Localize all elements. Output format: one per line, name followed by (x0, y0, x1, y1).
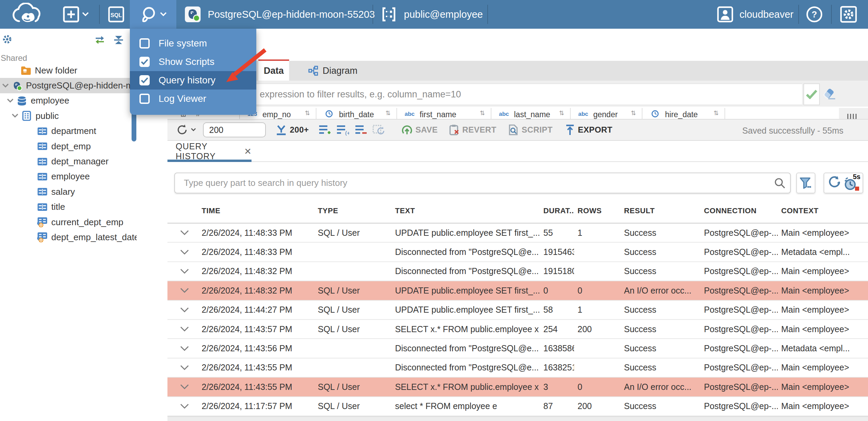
tree-item-public[interactable]: public (0, 108, 137, 123)
history-refresh-button[interactable] (828, 175, 841, 191)
query-history-panel: QUERY HISTORY ✕ (167, 141, 868, 421)
chevron-down-icon[interactable] (11, 113, 19, 118)
cell-text: select * FROM employee e (392, 401, 540, 411)
query-history-row[interactable]: 2/26/2024, 11:17:57 PM SQL / User select… (167, 397, 868, 416)
cell-duration: 58 (540, 305, 574, 315)
sort-icon[interactable]: ⇅ (559, 109, 564, 117)
export-button[interactable]: EXPORT (565, 124, 612, 136)
script-button[interactable]: SCRIPT (507, 124, 553, 136)
grid-column-emp_no[interactable]: emp_no (262, 110, 291, 119)
database-tree: New folderPostgreSQL@ep-hidden-moon-5520… (0, 63, 137, 245)
tree-item-salary[interactable]: salary (0, 184, 137, 199)
tree-item-department[interactable]: department (0, 124, 137, 139)
row-expander-icon[interactable] (167, 365, 198, 370)
cell-context: Main <employee> (778, 363, 868, 372)
tree-item-dept-emp[interactable]: dept_emp (0, 139, 137, 154)
cell-result: Success (621, 401, 701, 411)
menu-item-log-viewer[interactable]: Log Viewer (130, 90, 256, 108)
query-history-row[interactable]: 2/26/2024, 11:48:33 PM Disconnected from… (167, 243, 868, 262)
query-history-row[interactable]: 2/26/2024, 11:43:56 PM Disconnected from… (167, 339, 868, 358)
cell-result: Success (621, 266, 701, 276)
row-expander-icon[interactable] (167, 326, 198, 332)
tree-item-dept-manager[interactable]: dept_manager (0, 154, 137, 169)
row-expander-icon[interactable] (167, 230, 198, 235)
menu-item-query-history[interactable]: Query history (130, 71, 256, 90)
menu-item-file-system[interactable]: File system (130, 34, 256, 53)
fetch-next-page-button[interactable]: 200+ (275, 124, 309, 135)
cell-connection: PostgreSQL@ep-... (701, 401, 778, 411)
history-filter-button[interactable] (796, 173, 815, 193)
add-row-button[interactable] (318, 124, 331, 136)
sort-icon[interactable]: ⇅ (631, 109, 636, 117)
query-history-search-input[interactable] (174, 173, 791, 193)
row-expander-icon[interactable] (167, 288, 198, 293)
row-expander-icon[interactable] (167, 269, 198, 274)
column-divider (491, 108, 491, 119)
sort-icon[interactable]: ⇅ (305, 109, 310, 117)
tab-data[interactable]: Data (258, 61, 289, 81)
tree-item-title[interactable]: title (0, 200, 137, 215)
help-button[interactable]: ? (806, 0, 823, 29)
query-history-row[interactable]: 2/26/2024, 11:43:57 PM SQL / User SELECT… (167, 320, 868, 339)
connection-selector[interactable]: PostgreSQL@ep-hidden-moon-55203 (185, 0, 375, 29)
close-icon[interactable]: ✕ (244, 146, 252, 157)
sort-icon[interactable]: ⇅ (714, 109, 719, 117)
tree-item-label: dept_emp (51, 141, 91, 152)
tree-item-dept-emp-latest-date[interactable]: dept_emp_latest_date (0, 230, 137, 245)
apply-filter-button[interactable] (803, 83, 820, 105)
sort-icon[interactable]: ⇅ (480, 109, 485, 117)
tree-item-new-folder[interactable]: New folder (0, 63, 137, 78)
sql-editor-button[interactable]: SQL (108, 0, 124, 29)
query-history-row[interactable]: 2/26/2024, 11:48:32 PM Disconnected from… (167, 262, 868, 281)
row-expander-icon[interactable] (167, 346, 198, 351)
menu-item-show-scripts[interactable]: Show Scripts (130, 53, 256, 71)
schema-list-icon (381, 7, 396, 22)
cell-type: SQL / User (314, 401, 392, 411)
collapse-all-icon[interactable] (113, 35, 124, 47)
row-expander-icon[interactable] (167, 404, 198, 409)
row-expander-icon[interactable] (167, 249, 198, 255)
cloudbeaver-logo-icon[interactable] (10, 0, 45, 29)
grid-column-gender[interactable]: gender (593, 110, 618, 119)
duplicate-row-button[interactable]: (+) (336, 124, 349, 136)
new-connection-button[interactable] (63, 0, 89, 29)
grid-column-birth_date[interactable]: birth_date (339, 110, 374, 119)
refresh-grid-button[interactable] (372, 124, 385, 136)
cell-text: Disconnected from "PostgreSQL@e... (392, 363, 540, 372)
schema-selector[interactable]: public@employee (381, 0, 483, 29)
delete-row-button[interactable] (355, 124, 367, 136)
tree-item-employee[interactable]: employee (0, 169, 137, 184)
grid-column-first_name[interactable]: first_name (420, 110, 456, 119)
settings-button[interactable] (840, 0, 857, 29)
tree-item-current-dept-emp[interactable]: current_dept_emp (0, 215, 137, 230)
user-menu[interactable]: cloudbeaver (717, 0, 794, 29)
row-expander-icon[interactable] (167, 307, 198, 313)
sort-icon[interactable]: ⇅ (385, 109, 391, 117)
clear-filter-icon[interactable] (824, 88, 837, 103)
checkbox-icon (139, 57, 150, 67)
tree-item-postgresql-ep-hidden-moon-55203[interactable]: PostgreSQL@ep-hidden-moon-55203 (0, 78, 137, 93)
chevron-down-icon[interactable] (6, 98, 14, 103)
revert-button[interactable]: REVERT (449, 124, 497, 136)
sync-connections-icon[interactable] (95, 35, 105, 47)
grid-column-last_name[interactable]: last_name (514, 110, 550, 119)
auto-refresh-timer-button[interactable]: 5s (844, 175, 859, 191)
chevron-down-icon[interactable] (1, 83, 10, 88)
refresh-button[interactable] (176, 124, 196, 136)
query-history-row[interactable]: 2/26/2024, 11:43:55 PM SQL / User SELECT… (167, 378, 868, 397)
query-history-row[interactable]: 2/26/2024, 11:44:27 PM SQL / User UPDATE… (167, 301, 868, 320)
query-history-row[interactable]: 2/26/2024, 11:48:32 PM SQL / User UPDATE… (167, 281, 868, 300)
filter-expression-input[interactable] (167, 83, 802, 105)
row-limit-input[interactable] (203, 122, 266, 137)
save-button[interactable]: SAVE (401, 124, 438, 136)
column-header-connection: CONNECTION (701, 206, 778, 215)
query-history-row[interactable]: 2/26/2024, 11:48:33 PM SQL / User UPDATE… (167, 223, 868, 243)
tools-menu-trigger[interactable] (130, 0, 176, 29)
tab-diagram[interactable]: Diagram (308, 61, 357, 81)
tree-item-employee[interactable]: employee (0, 93, 137, 108)
query-history-row[interactable]: 2/26/2024, 11:43:55 PM Disconnected from… (167, 358, 868, 378)
row-expander-icon[interactable] (167, 384, 198, 390)
grid-column-hire_date[interactable]: hire_date (665, 110, 698, 119)
sidebar-settings-gear-icon[interactable] (2, 34, 12, 47)
tab-query-history[interactable]: QUERY HISTORY ✕ (167, 141, 252, 162)
